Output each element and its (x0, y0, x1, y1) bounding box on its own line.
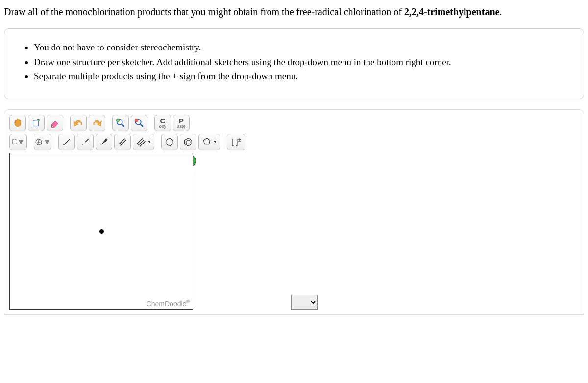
question-compound: 2,2,4-trimethylpentane (404, 6, 499, 17)
svg-line-5 (140, 123, 143, 126)
canvas-container: ? ChemDoodle® (9, 153, 193, 310)
toolbar-row-1: C opy P aste (9, 115, 579, 131)
ring-tool[interactable]: ▼ (198, 134, 220, 150)
single-bond-tool[interactable] (58, 134, 75, 150)
chevron-down-icon: ▼ (17, 138, 25, 146)
instruction-item: Separate multiple products using the + s… (34, 70, 570, 84)
copy-letter: C (160, 117, 166, 124)
svg-line-9 (82, 142, 85, 145)
svg-line-8 (64, 139, 70, 145)
chevron-down-icon: ▼ (43, 138, 51, 146)
toolbar-row-2: C ▼ ▼ ▼ (9, 134, 579, 150)
instruction-item: Draw one structure per sketcher. Add add… (34, 55, 570, 70)
double-bond-tool[interactable] (114, 134, 131, 150)
svg-line-11 (119, 138, 125, 144)
eraser-tool[interactable] (47, 115, 63, 131)
atom-placeholder[interactable] (99, 229, 104, 234)
instructions-list: You do not have to consider stereochemis… (18, 41, 570, 84)
add-sketcher-dropdown[interactable] (291, 295, 318, 310)
benzene-tool[interactable] (180, 134, 196, 150)
svg-marker-17 (185, 138, 192, 146)
zoom-out-tool[interactable] (131, 115, 147, 131)
svg-point-18 (186, 140, 190, 144)
open-file-tool[interactable] (28, 115, 45, 131)
question-suffix: . (499, 6, 502, 17)
add-tool[interactable]: ▼ (34, 134, 51, 150)
grab-tool[interactable] (9, 115, 26, 131)
copy-tool[interactable]: C opy (154, 115, 171, 131)
recessed-bond-tool[interactable] (77, 134, 94, 150)
answer-area: C opy P aste C ▼ ▼ (4, 109, 584, 315)
instructions-panel: You do not have to consider stereochemis… (4, 28, 584, 99)
triple-bond-tool[interactable]: ▼ (133, 134, 154, 150)
sketcher-canvas[interactable]: ChemDoodle® (9, 153, 193, 310)
svg-line-14 (139, 140, 144, 145)
charge-label: [ ]± (231, 137, 241, 146)
svg-line-10 (85, 139, 88, 142)
svg-line-13 (137, 138, 143, 144)
element-picker[interactable]: C ▼ (9, 134, 27, 150)
chevron-down-icon: ▼ (147, 140, 151, 144)
question-text: Draw all of the monochlorination product… (0, 0, 588, 28)
paste-text: aste (177, 124, 185, 129)
svg-marker-16 (166, 138, 173, 146)
charge-tool[interactable]: [ ]± (227, 134, 245, 150)
undo-tool[interactable] (70, 115, 87, 131)
paste-letter: P (179, 117, 184, 124)
copy-text: opy (159, 124, 167, 129)
paste-tool[interactable]: P aste (173, 115, 190, 131)
element-label: C (11, 138, 17, 146)
chemdoodle-branding: ChemDoodle® (147, 299, 190, 308)
cyclohexane-tool[interactable] (161, 134, 178, 150)
chevron-down-icon: ▼ (213, 140, 217, 144)
redo-tool[interactable] (89, 115, 105, 131)
svg-line-12 (120, 140, 126, 145)
instruction-item: You do not have to consider stereochemis… (34, 41, 570, 55)
svg-marker-19 (204, 138, 210, 144)
zoom-in-tool[interactable] (112, 115, 129, 131)
wedge-bond-tool[interactable] (96, 134, 112, 150)
svg-line-2 (122, 123, 124, 126)
svg-line-15 (140, 141, 145, 146)
svg-rect-0 (33, 121, 39, 126)
question-prefix: Draw all of the monochlorination product… (4, 6, 404, 17)
